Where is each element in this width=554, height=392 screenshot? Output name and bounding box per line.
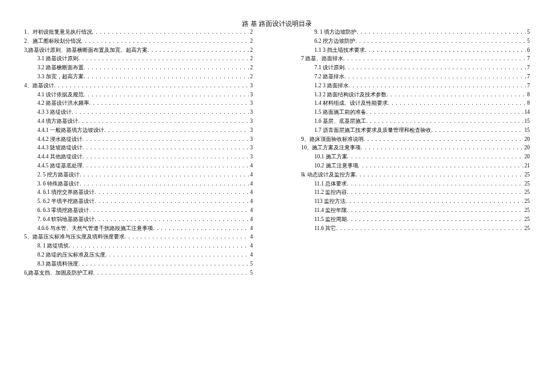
toc-label: 4.4.5 路堤基底处理 — [37, 161, 82, 170]
toc-label: 1.6 基层、底基层施工 — [314, 117, 366, 126]
toc-row: 3.2 路基横断面布置2 — [24, 63, 253, 72]
toc-label: 2、施工图标段划分情况 — [24, 37, 81, 46]
toc-page-number: 4 — [249, 215, 253, 224]
toc-row: 4. 6.1 填挖交界路基设计4 — [24, 188, 253, 197]
toc-row: 6,路基支挡、加固及防护工程5 — [24, 269, 253, 278]
toc-leader-dots — [95, 215, 249, 224]
toc-page-number: 5 — [249, 260, 253, 269]
toc-leader-dots — [125, 232, 249, 241]
toc-row: 11.4 监控年限25 — [301, 206, 530, 215]
toc-leader-dots — [387, 90, 526, 99]
toc-row: 1.7 沥青面层施工技术要求及质量管理和检查验收15 — [301, 126, 530, 135]
toc-label: 7 路基、路面排水 — [301, 54, 343, 63]
toc-page-number: 4 — [249, 197, 253, 206]
toc-leader-dots — [347, 179, 523, 188]
toc-label: 1.3 2 路面结构设计及技术参数 — [314, 90, 387, 99]
toc-leader-dots — [343, 54, 526, 63]
toc-leader-dots — [84, 72, 249, 81]
toc-page-number: 25 — [523, 224, 530, 233]
toc-row: 9、路床顶面验收标准说明20 — [301, 135, 530, 144]
toc-page-number: 6 — [526, 46, 530, 55]
toc-leader-dots — [347, 215, 523, 224]
toc-leader-dots — [82, 152, 249, 161]
toc-row: 1.6 基层、底基层施工15 — [301, 117, 530, 126]
toc-row: 2、施工图标段划分情况2 — [24, 37, 253, 46]
toc-label: 10、施工方案及注意事项 — [301, 143, 361, 152]
toc-label: 1.7 沥青面层施工技术要求及质量管理和检查验收 — [314, 126, 431, 135]
toc-row: 1.2 3 路面排水7 — [301, 81, 530, 90]
toc-leader-dots — [69, 241, 249, 250]
toc-row: 4、路基设计3 — [24, 81, 253, 90]
toc-page-number: 2 — [249, 46, 253, 55]
toc-label: 11.5 监控周期 — [314, 215, 347, 224]
toc-label: 11.4 监控年限 — [314, 206, 347, 215]
toc-row: 5. 6.2 半填半挖路基设计4 — [24, 197, 253, 206]
toc-label: 4.6.6 与水管、天然气管道干扰路段施工注意事项 — [37, 224, 153, 233]
toc-label: 1、对初设批复意见执行情况 — [24, 28, 92, 37]
toc-label: 1.1 3 挡土墙技术要求 — [314, 46, 365, 55]
toc-row: 7.2 路基排水7 — [301, 72, 530, 81]
toc-page-number: 2 — [249, 37, 253, 46]
toc-page-number: 5 — [249, 269, 253, 278]
toc-page-number: 20 — [523, 152, 530, 161]
toc-row: 7.1 设计原则7 — [301, 63, 530, 72]
toc-page-number: 8 — [526, 99, 530, 108]
toc-label: 5、路基压实标准与压实度及填料强度要求 — [24, 232, 125, 241]
toc-page-number: 4 — [249, 250, 253, 260]
toc-label: 6,路基支挡、加固及防护工程 — [24, 269, 93, 278]
toc-leader-dots — [93, 269, 249, 278]
toc-label: 4.2 路基设计洪水频率 — [37, 99, 89, 108]
toc-page-number: 4 — [249, 206, 253, 215]
toc-page-number: 25 — [523, 197, 530, 206]
toc-page-number: 14 — [523, 108, 530, 117]
toc-label: 6. 6.3 零填挖路基设计 — [37, 206, 89, 215]
toc-leader-dots — [347, 206, 523, 215]
toc-leader-dots — [358, 161, 523, 170]
toc-page-number: 4 — [249, 161, 253, 170]
toc-leader-dots — [92, 28, 249, 37]
toc-page-number: 3 — [249, 143, 253, 152]
toc-row: 1.5 路面施工前的准备14 — [301, 108, 530, 117]
toc-row: 4.2 路基设计洪水频率3 — [24, 99, 253, 108]
page: 路 基 路面设计说明目录 1、对初设批复意见执行情况22、施工图标段划分情况23… — [0, 0, 554, 392]
toc-leader-dots — [366, 117, 523, 126]
toc-leader-dots — [365, 46, 526, 55]
toc-row: 8. 1 路堤填筑4 — [24, 241, 253, 250]
toc-label: 4.4.1 一般路基填方边坡设计 — [37, 126, 104, 135]
toc-leader-dots — [54, 81, 249, 90]
toc-row: 4.6.6 与水管、天然气管道干扰路段施工注意事项4 — [24, 224, 253, 233]
toc-label: 113 监控方法 — [314, 197, 346, 206]
toc-page-number: 2 — [249, 28, 253, 37]
toc-page-number: 3 — [249, 135, 253, 144]
toc-row: 8.3 路基填料强度5 — [24, 260, 253, 269]
toc-label: 4.3 3 路堤设计 — [37, 108, 72, 117]
toc-row: 2. 5 挖方路基设计4 — [24, 170, 253, 179]
toc-row: lk 动态设计及监控方案25 — [301, 170, 530, 179]
toc-column-right: 9. 1 填方边坡防护56.2 挖方边坡防护51.1 3 挡土墙技术要求67 路… — [277, 28, 554, 392]
toc-row: 11.5 监控周期25 — [301, 215, 530, 224]
toc-row: 10、施工方案及注意事项20 — [301, 143, 530, 152]
toc-leader-dots — [79, 179, 249, 188]
toc-leader-dots — [84, 90, 249, 99]
toc-label: 4.4 填方路基设计 — [37, 117, 78, 126]
toc-leader-dots — [361, 143, 523, 152]
toc-leader-dots — [347, 152, 523, 161]
toc-row: 3.3 加宽，超高方案2 — [24, 72, 253, 81]
toc-row: 1.3 2 路面结构设计及技术参数8 — [301, 90, 530, 99]
toc-leader-dots — [153, 224, 249, 233]
toc-leader-dots — [82, 161, 249, 170]
toc-row: 4.4.2 浸水路堤设计3 — [24, 135, 253, 144]
toc-row: 6. 6.3 零填挖路基设计4 — [24, 206, 253, 215]
toc-page-number: 3 — [249, 99, 253, 108]
toc-label: 8.2 路堤的压实标准及压实度 — [37, 250, 105, 260]
toc-label: 4.4.4 其他路堤设计 — [37, 152, 82, 161]
toc-leader-dots — [89, 99, 249, 108]
toc-leader-dots — [95, 188, 249, 197]
toc-row: 8.2 路堤的压实标准及压实度4 — [24, 250, 253, 260]
toc-leader-dots — [79, 170, 249, 179]
toc-label: 3.2 路基横断面布置 — [37, 63, 84, 72]
toc-page-number: 4 — [249, 241, 253, 250]
toc-label: 9. 1 填方边坡防护 — [314, 28, 356, 37]
toc-row: 4.4.4 其他路堤设计3 — [24, 152, 253, 161]
toc-label: 1.5 路面施工前的准备 — [314, 108, 366, 117]
